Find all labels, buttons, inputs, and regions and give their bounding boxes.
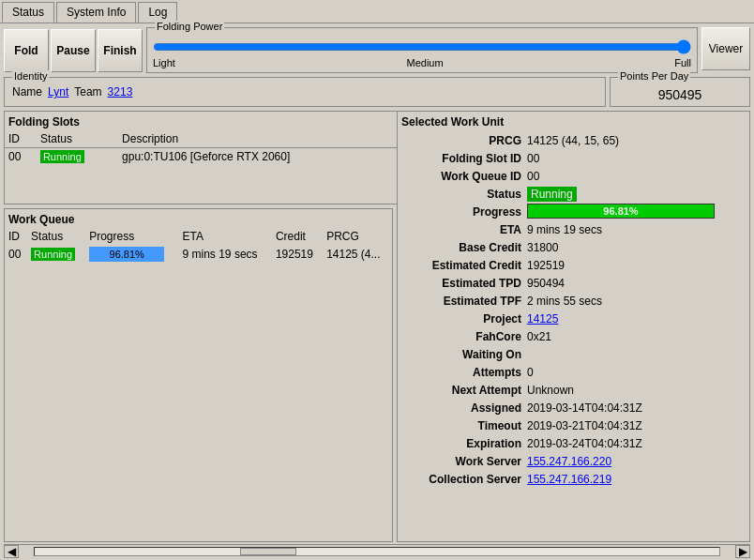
selected-wu-box: Selected Work Unit PRCG14125 (44, 15, 65… — [397, 111, 750, 542]
queue-status: Running — [27, 245, 85, 264]
wu-row: Progress96.81% — [405, 204, 742, 220]
slot-description: gpu:0:TU106 [Geforce RTX 2060] — [118, 148, 397, 166]
wu-field-label: Base Credit — [405, 239, 527, 256]
wu-field-value[interactable]: 155.247.166.219 — [527, 471, 742, 488]
tab-log[interactable]: Log — [138, 2, 177, 23]
left-panels: Folding Slots ID Status Description 00 R… — [4, 111, 393, 542]
wu-row: Next AttemptUnknown — [405, 382, 742, 399]
wu-field-label: Estimated TPF — [405, 293, 527, 310]
wu-row: Estimated Credit192519 — [405, 257, 742, 274]
wu-row: Estimated TPD950494 — [405, 275, 742, 292]
wu-field-value: 2019-03-24T04:04:31Z — [527, 435, 742, 452]
queue-col-prcg: PRCG — [323, 228, 392, 245]
scrollbar-thumb[interactable] — [240, 548, 296, 555]
slider-label-medium: Medium — [407, 57, 444, 68]
slot-id: 00 — [5, 148, 37, 166]
wu-field-label: Work Server — [405, 453, 527, 470]
queue-col-eta: ETA — [179, 228, 272, 245]
queue-col-status: Status — [27, 228, 85, 245]
wu-field-value: 2 mins 55 secs — [527, 293, 742, 310]
wu-field-value: 2019-03-14T04:04:31Z — [527, 400, 742, 416]
queue-progress: 96.81% — [85, 245, 178, 264]
wu-field-value: Running — [527, 186, 742, 203]
queue-id: 00 — [5, 245, 27, 264]
identity-content: Name Lynt Team 3213 — [12, 85, 597, 98]
slots-table-row[interactable]: 00 Running gpu:0:TU106 [Geforce RTX 2060… — [5, 148, 397, 166]
wu-row: Assigned2019-03-14T04:04:31Z — [405, 400, 742, 416]
wu-row: ETA9 mins 19 secs — [405, 221, 742, 238]
wu-row: StatusRunning — [405, 186, 742, 203]
wu-field-label: Folding Slot ID — [405, 150, 527, 167]
wu-field-label: Estimated Credit — [405, 257, 527, 274]
slider-label-light: Light — [153, 57, 175, 68]
identity-label: Identity — [12, 70, 49, 82]
wu-field-label: Estimated TPD — [405, 275, 527, 292]
wu-field-value — [527, 346, 742, 363]
name-label: Name — [12, 85, 42, 98]
wu-field-label: Collection Server — [405, 471, 527, 488]
wu-field-value[interactable]: 155.247.166.220 — [527, 453, 742, 470]
viewer-button[interactable]: Viewer — [701, 27, 750, 70]
wu-field-value: 96.81% — [527, 204, 742, 220]
name-value[interactable]: Lynt — [48, 85, 68, 98]
team-label: Team — [74, 85, 101, 98]
wu-field-value: 00 — [527, 150, 742, 167]
wu-field-value[interactable]: 14125 — [527, 310, 742, 327]
folding-power-slider[interactable] — [153, 39, 691, 54]
queue-col-id: ID — [5, 228, 27, 245]
identity-ppd-row: Identity Name Lynt Team 3213 Points Per … — [4, 77, 750, 107]
fold-button[interactable]: Fold — [4, 29, 49, 72]
folding-slots-title: Folding Slots — [5, 114, 397, 130]
fold-buttons: Fold Pause Finish — [4, 27, 143, 73]
slider-container: Light Medium Full — [153, 39, 691, 68]
wu-field-value: 0x21 — [527, 328, 742, 345]
wu-field-label: ETA — [405, 221, 527, 238]
queue-col-progress: Progress — [85, 228, 178, 245]
wu-details: PRCG14125 (44, 15, 65)Folding Slot ID00W… — [398, 130, 749, 541]
folding-slots-box: Folding Slots ID Status Description 00 R… — [4, 111, 398, 204]
wu-row: Base Credit31800 — [405, 239, 742, 256]
scrollbar-track[interactable] — [34, 547, 720, 556]
wu-field-value: Unknown — [527, 382, 742, 399]
wu-row: Collection Server155.247.166.219 — [405, 471, 742, 488]
wu-field-value: 00 — [527, 168, 742, 185]
pause-button[interactable]: Pause — [51, 29, 96, 72]
team-value[interactable]: 3213 — [108, 85, 133, 98]
wu-field-label: Work Queue ID — [405, 168, 527, 185]
slots-table: ID Status Description 00 Running gpu:0:T… — [5, 130, 397, 165]
wu-field-label: Next Attempt — [405, 382, 527, 399]
scroll-left-button[interactable]: ◀ — [4, 545, 19, 558]
wu-row: Work Server155.247.166.220 — [405, 453, 742, 470]
wu-row: FahCore0x21 — [405, 328, 742, 345]
tab-bar: Status System Info Log — [0, 0, 754, 23]
tab-system-info[interactable]: System Info — [56, 2, 136, 23]
wu-field-label: Timeout — [405, 417, 527, 434]
slots-col-status: Status — [37, 130, 118, 148]
wu-row: Estimated TPF2 mins 55 secs — [405, 293, 742, 310]
wu-field-value: 0 — [527, 364, 742, 381]
work-queue-box: Work Queue ID Status Progress ETA Credit… — [4, 208, 393, 542]
selected-wu-title: Selected Work Unit — [398, 114, 749, 130]
main-content: Fold Pause Finish Folding Power Light Me… — [0, 23, 754, 560]
wu-row: Attempts0 — [405, 364, 742, 381]
scrollbar-area: ◀ ▶ — [4, 544, 750, 557]
queue-table-row[interactable]: 00 Running 96.81% 9 mins 19 secs 192519 … — [5, 245, 392, 264]
wu-field-label: PRCG — [405, 132, 527, 149]
ppd-box: Points Per Day 950495 — [610, 77, 750, 107]
folding-power-label: Folding Power — [155, 21, 224, 32]
top-row: Fold Pause Finish Folding Power Light Me… — [4, 27, 750, 73]
wu-row: Folding Slot ID00 — [405, 150, 742, 167]
wu-row: Timeout2019-03-21T04:04:31Z — [405, 417, 742, 434]
wu-field-label: Waiting On — [405, 346, 527, 363]
folding-power-box: Folding Power Light Medium Full — [146, 27, 698, 73]
queue-table: ID Status Progress ETA Credit PRCG 00 Ru… — [5, 228, 392, 264]
finish-button[interactable]: Finish — [98, 29, 143, 72]
scroll-right-button[interactable]: ▶ — [735, 545, 750, 558]
tab-status[interactable]: Status — [2, 2, 54, 23]
slider-label-full: Full — [674, 57, 691, 68]
slot-status: Running — [37, 148, 118, 166]
wu-field-label: Expiration — [405, 435, 527, 452]
queue-prcg: 14125 (4... — [323, 245, 392, 264]
wu-field-label: Attempts — [405, 364, 527, 381]
identity-box: Identity Name Lynt Team 3213 — [4, 77, 606, 107]
